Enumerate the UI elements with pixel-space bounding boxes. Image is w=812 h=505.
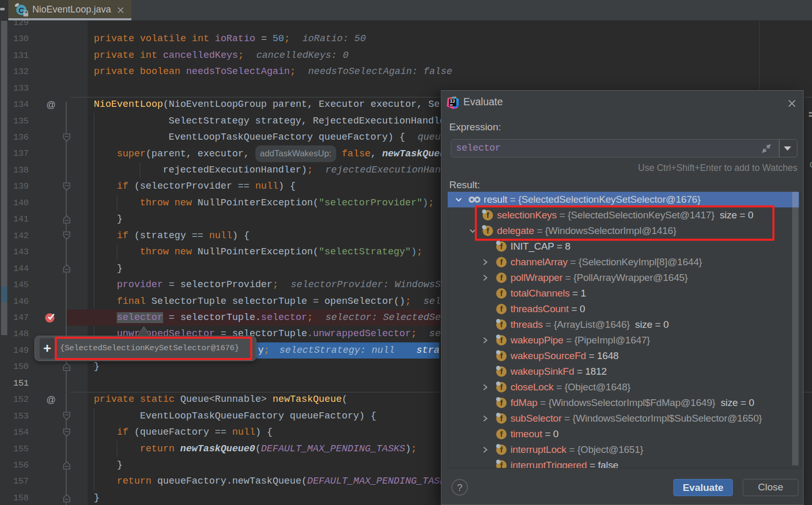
svg-text:IJ: IJ <box>450 99 455 104</box>
